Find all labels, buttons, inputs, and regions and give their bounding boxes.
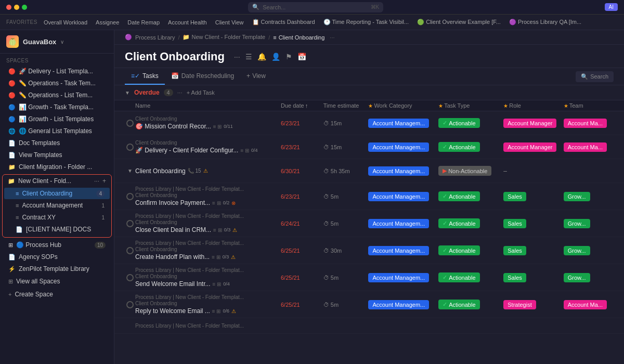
task-work-2[interactable]: Account Managem... bbox=[368, 142, 438, 152]
task-team-7[interactable]: Grow... bbox=[564, 273, 614, 282]
sidebar-item-process-hub[interactable]: ⊞ 🔵 Process Hub 10 bbox=[2, 239, 112, 251]
task-type-4[interactable]: ✓ Actionable bbox=[438, 191, 503, 201]
task-role-8[interactable]: Strategist bbox=[503, 300, 563, 309]
task-row-confirm-invoice[interactable]: Process Library | New Client - Folder Te… bbox=[114, 183, 624, 210]
tab-date-rescheduling[interactable]: 📅 Date Rescheduling bbox=[165, 68, 240, 85]
add-task-button[interactable]: + Add Task bbox=[187, 89, 215, 96]
fav-process-library[interactable]: 🟣 Process Library QA [Im... bbox=[509, 19, 581, 25]
task-role-5[interactable]: Sales bbox=[503, 219, 563, 228]
folder-child-client-onboarding[interactable]: ≡ Client Onboarding 4 bbox=[4, 188, 110, 199]
fav-account-health[interactable]: Account Health bbox=[168, 19, 207, 25]
sidebar-item-agency-sops[interactable]: 📄 Agency SOPs bbox=[2, 251, 112, 263]
task-role-2[interactable]: Account Manager bbox=[503, 142, 563, 152]
task-row-client-onboarding-parent[interactable]: ▼ Client Onboarding 📞 15 ⚠ 6/30/21 ⏱ 5h … bbox=[114, 159, 624, 183]
task-check-6[interactable] bbox=[126, 247, 134, 254]
people-icon[interactable]: 👤 bbox=[271, 53, 280, 61]
task-row-partial[interactable]: Process Library | New Client - Folder Te… bbox=[114, 318, 624, 334]
folder-child-client-docs[interactable]: 📄 [CLIENT NAME] DOCS bbox=[4, 224, 110, 235]
task-work-1[interactable]: Account Managem... bbox=[368, 119, 438, 128]
task-row-mission-control[interactable]: Client Onboarding 🎯 Mission Control Reco… bbox=[114, 111, 624, 135]
col-work-header[interactable]: ★ Work Category bbox=[368, 102, 438, 109]
sidebar-item-create-space[interactable]: + Create Space bbox=[2, 288, 112, 301]
task-role-7[interactable]: Sales bbox=[503, 273, 563, 282]
sidebar-item-view-templates[interactable]: 📄 View Templates bbox=[2, 149, 112, 161]
minimize-button[interactable] bbox=[14, 5, 19, 10]
more-icon[interactable]: ··· bbox=[234, 53, 240, 61]
breadcrumb-dots[interactable]: ··· bbox=[330, 34, 334, 41]
task-team-8[interactable]: Account Ma... bbox=[564, 300, 614, 309]
col-due-header[interactable]: Due date ↑ bbox=[281, 102, 323, 109]
task-team-1[interactable]: Account Ma... bbox=[564, 119, 614, 128]
sidebar-item-delivery[interactable]: 🔴 🚀 Delivery - List Templa... bbox=[2, 66, 112, 77]
list-view-icon[interactable]: ☰ bbox=[245, 53, 252, 61]
tab-add-view[interactable]: + View bbox=[240, 68, 272, 85]
flag-icon[interactable]: ⚑ bbox=[285, 53, 292, 61]
folder-child-contract-xy[interactable]: ≡ Contract XY 1 bbox=[4, 212, 110, 223]
ai-button[interactable]: AI bbox=[605, 3, 618, 11]
notify-icon[interactable]: 🔔 bbox=[257, 53, 266, 61]
fav-client-overview[interactable]: 🟢 Client Overview Example [F... bbox=[417, 19, 501, 25]
task-team-4[interactable]: Grow... bbox=[564, 192, 614, 201]
task-type-7[interactable]: ✓ Actionable bbox=[438, 272, 503, 282]
breadcrumb-process-library[interactable]: Process Library bbox=[135, 34, 175, 41]
task-check-1[interactable] bbox=[126, 120, 134, 127]
task-type-2[interactable]: ✓ Actionable bbox=[438, 142, 503, 152]
fav-overall-workload[interactable]: Overall Workload bbox=[44, 19, 87, 25]
fav-date-remap[interactable]: Date Remap bbox=[127, 19, 160, 25]
sidebar-item-client-migration[interactable]: 📁 Client Migration - Folder ... bbox=[2, 161, 112, 173]
calendar-icon[interactable]: 📅 bbox=[297, 53, 306, 61]
task-row-send-welcome[interactable]: Process Library | New Client - Folder Te… bbox=[114, 264, 624, 291]
task-type-1[interactable]: ✓ Actionable bbox=[438, 118, 503, 128]
breadcrumb-folder-template[interactable]: 📁 New Client - Folder Template bbox=[183, 34, 265, 41]
folder-child-account-management[interactable]: ≡ Account Management 1 bbox=[4, 200, 110, 211]
col-time-header[interactable]: Time estimate bbox=[323, 102, 369, 109]
task-work-7[interactable]: Account Managem... bbox=[368, 273, 438, 282]
task-type-6[interactable]: ✓ Actionable bbox=[438, 245, 503, 255]
task-role-1[interactable]: Account Manager bbox=[503, 119, 563, 128]
table-search[interactable]: 🔍 Search bbox=[576, 71, 614, 82]
sidebar-item-view-spaces[interactable]: ⊞ View all Spaces bbox=[2, 275, 112, 288]
workspace-header[interactable]: 🍈 GuavaBox ∨ bbox=[0, 30, 114, 54]
col-team-header[interactable]: ★ Team bbox=[564, 102, 614, 109]
fav-time-reporting[interactable]: 🕐 Time Reporting - Task Visibil... bbox=[323, 19, 409, 25]
task-check-8[interactable] bbox=[126, 301, 134, 308]
folder-dots-icon[interactable]: ··· bbox=[94, 177, 99, 185]
section-dots-icon[interactable]: ··· bbox=[177, 89, 183, 96]
task-check-4[interactable] bbox=[126, 193, 134, 200]
task-type-8[interactable]: ✓ Actionable bbox=[438, 300, 503, 309]
task-work-3[interactable]: Account Managem... bbox=[368, 166, 438, 176]
sidebar-item-operations-task[interactable]: 🔴 ✏️ Operations - Task Tem... bbox=[2, 77, 112, 89]
task-work-8[interactable]: Account Managem... bbox=[368, 300, 438, 309]
task-check-7[interactable] bbox=[126, 274, 134, 281]
task-row-create-handoff[interactable]: Process Library | New Client - Folder Te… bbox=[114, 237, 624, 264]
fav-contracts-dashboard[interactable]: 📋 Contracts Dashboard bbox=[252, 19, 315, 25]
sidebar-item-zenpilot[interactable]: ⚡ ZenPilot Template Library bbox=[2, 263, 112, 275]
task-work-6[interactable]: Account Managem... bbox=[368, 246, 438, 255]
sidebar-item-operations-list[interactable]: 🔴 ✏️ Operations - List Tem... bbox=[2, 89, 112, 101]
expand-icon[interactable]: ▼ bbox=[127, 168, 133, 174]
task-role-4[interactable]: Sales bbox=[503, 192, 563, 201]
task-work-4[interactable]: Account Managem... bbox=[368, 192, 438, 201]
sidebar-item-growth-list[interactable]: 🔵 📊 Growth - List Templates bbox=[2, 113, 112, 125]
fav-assignee[interactable]: Assignee bbox=[96, 19, 119, 25]
close-button[interactable] bbox=[6, 5, 11, 10]
task-check-2[interactable] bbox=[126, 144, 134, 151]
task-row-delivery[interactable]: Client Onboarding 🚀 Delivery - Client Fo… bbox=[114, 135, 624, 159]
col-tasktype-header[interactable]: ★ Task Type bbox=[438, 102, 503, 109]
task-row-close-client[interactable]: Process Library | New Client - Folder Te… bbox=[114, 210, 624, 237]
task-type-5[interactable]: ✓ Actionable bbox=[438, 218, 503, 228]
task-team-2[interactable]: Account Ma... bbox=[564, 142, 614, 152]
task-work-5[interactable]: Account Managem... bbox=[368, 219, 438, 228]
maximize-button[interactable] bbox=[22, 5, 27, 10]
sidebar-item-doc-templates[interactable]: 📄 Doc Templates bbox=[2, 137, 112, 149]
sidebar-item-growth-task[interactable]: 🔵 📊 Growth - Task Templa... bbox=[2, 101, 112, 113]
col-role-header[interactable]: ★ Role bbox=[503, 102, 563, 109]
search-bar-top[interactable]: 🔍 Search... ⌘K bbox=[248, 2, 383, 12]
task-type-3[interactable]: ▶ Non-Actionable bbox=[438, 166, 503, 176]
tab-tasks[interactable]: ≡✓ Tasks bbox=[125, 68, 165, 85]
new-client-folder-header[interactable]: 📁 New Client - Fold... ··· + bbox=[3, 175, 111, 187]
sidebar-item-general[interactable]: 🌐 🌐 General List Templates bbox=[2, 125, 112, 137]
fav-client-view[interactable]: Client View bbox=[215, 19, 244, 25]
task-role-6[interactable]: Sales bbox=[503, 246, 563, 255]
task-team-5[interactable]: Grow... bbox=[564, 219, 614, 228]
